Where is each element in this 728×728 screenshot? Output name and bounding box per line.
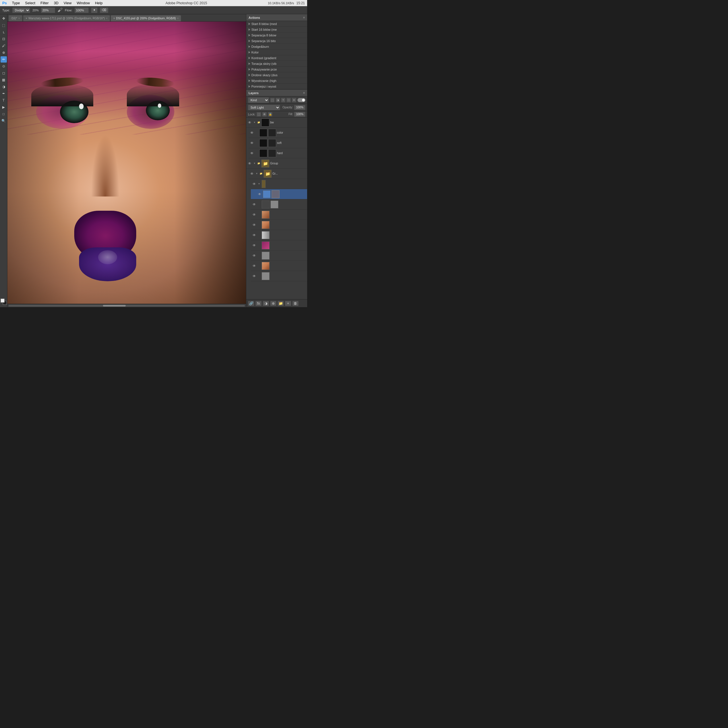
shape-tool[interactable]: □ (1, 111, 7, 117)
brush-tool[interactable]: ✏ (1, 56, 7, 63)
layer-color[interactable]: 👁 color (249, 128, 307, 138)
layer-15[interactable]: 👁 (251, 261, 307, 271)
layer-group-btn[interactable]: 📁 (278, 301, 284, 306)
actions-menu-icon[interactable]: ≡ (303, 16, 305, 19)
layer-fx-btn[interactable]: fx (255, 301, 262, 306)
tab-2-close[interactable]: × (106, 17, 108, 20)
layer-9-vis[interactable]: 👁 (252, 202, 257, 207)
canvas-scrollbar[interactable] (8, 304, 246, 307)
layer-bw[interactable]: 👁 ▼ 📁 bw (246, 118, 307, 128)
layer-12-vis[interactable]: 👁 (252, 233, 257, 237)
layers-panel-header[interactable]: Layers ≡ (246, 90, 307, 96)
layer-9[interactable]: 👁 (251, 199, 307, 210)
layer-14-vis[interactable]: 👁 (252, 253, 257, 258)
heal-tool[interactable]: ⊕ (1, 49, 7, 56)
layers-filter-select[interactable]: Kind (248, 97, 269, 103)
action-item-11[interactable]: Pomniejsz i wyost (246, 84, 307, 89)
fill-input[interactable] (294, 112, 306, 117)
move-tool[interactable]: ✥ (1, 15, 7, 21)
tab-3-close[interactable]: × (177, 17, 179, 20)
layer-11[interactable]: 👁 (251, 220, 307, 230)
layer-blue[interactable]: 👁 (251, 189, 307, 199)
layers-menu-icon[interactable]: ≡ (303, 91, 305, 95)
actions-panel-header[interactable]: Actions ≡ (246, 14, 307, 21)
type-select[interactable]: Dodge Burn (12, 8, 30, 13)
layer-hard[interactable]: 👁 hard (249, 148, 307, 158)
action-item-8[interactable]: Pokazywanie prze (246, 67, 307, 72)
filter-smart-icon[interactable]: ✦ (292, 98, 296, 102)
select-tool[interactable]: ⬚ (1, 22, 7, 28)
layer-sub-vis[interactable]: 👁 (252, 182, 257, 186)
menu-item-help[interactable]: Help (93, 0, 105, 6)
layer-13-vis[interactable]: 👁 (252, 243, 257, 248)
menu-item-select[interactable]: Select (23, 0, 38, 6)
layer-gr[interactable]: 👁 ▼ 📁 📁 Gr... (249, 169, 307, 179)
action-item-7[interactable]: Tonacja skóry (vib (246, 61, 307, 67)
eraser-tool[interactable]: ◻ (1, 70, 7, 76)
layer-link-btn[interactable]: 🔗 (248, 301, 254, 306)
color-swatches[interactable] (1, 298, 7, 305)
tab-1[interactable]: /16)* × (9, 15, 23, 21)
layer-13[interactable]: 👁 (251, 240, 307, 251)
action-item-5[interactable]: Kolor (246, 49, 307, 55)
layer-mask-btn[interactable]: ◑ (263, 301, 269, 306)
layer-group1[interactable]: 👁 ▼ 📁 📁 Group (246, 158, 307, 169)
action-item-10[interactable]: Wyostrzanie (high (246, 78, 307, 84)
layer-10-vis[interactable]: 👁 (252, 213, 257, 217)
layer-color-vis[interactable]: 👁 (250, 130, 254, 135)
gradient-tool[interactable]: ▦ (1, 77, 7, 83)
filter-type-icon[interactable]: T (281, 98, 286, 102)
lock-position-icon[interactable]: ✥ (262, 112, 267, 116)
layer-gr-vis[interactable]: 👁 (250, 171, 254, 176)
tab-2-close-pre[interactable]: × (26, 17, 27, 20)
path-select-tool[interactable]: ▶ (1, 104, 7, 110)
layer-sub[interactable]: 👁 ▼ (251, 179, 307, 189)
crop-tool[interactable]: ⊡ (1, 36, 7, 42)
tab-2[interactable]: × Warsztaty wawa-1711.psd @ 100% (Dodge&… (23, 15, 110, 21)
layer-gr-expand[interactable]: ▼ (255, 172, 258, 176)
layer-bw-expand[interactable]: ▼ (253, 121, 256, 124)
tab-3-close-pre[interactable]: × (113, 17, 115, 20)
layer-new-btn[interactable]: + (285, 301, 291, 306)
dodge-tool[interactable]: ◑ (1, 84, 7, 90)
filter-toggle[interactable] (297, 98, 306, 102)
action-item-1[interactable]: Start 16 bitów (me (246, 27, 307, 32)
menu-item-window[interactable]: Window (75, 0, 92, 6)
action-item-9[interactable]: Drobne skazy (dus (246, 72, 307, 78)
opacity-input[interactable] (41, 8, 55, 13)
clone-tool[interactable]: ⊙ (1, 63, 7, 69)
layer-16[interactable]: 👁 (251, 271, 307, 281)
menu-item-type[interactable]: Type (10, 0, 22, 6)
brush-icon[interactable]: 🖌 (57, 7, 63, 13)
airbrush-btn[interactable]: ✦ (91, 8, 98, 13)
layer-hard-vis[interactable]: 👁 (250, 151, 254, 156)
lasso-tool[interactable]: ʟ (1, 29, 7, 35)
tab-1-close[interactable]: × (18, 17, 20, 20)
menu-item-3d[interactable]: 3D (52, 0, 61, 6)
filter-adjust-icon[interactable]: ◑ (275, 98, 280, 102)
eraser-btn[interactable]: ⌫ (100, 8, 109, 13)
eyedropper-tool[interactable]: 🖋 (1, 43, 7, 49)
text-tool[interactable]: T (1, 97, 7, 104)
layer-soft-vis[interactable]: 👁 (250, 141, 254, 145)
filter-pixel-icon[interactable]: ⬚ (270, 98, 275, 102)
zoom-tool[interactable]: 🔍 (1, 118, 7, 124)
opacity-input-layers[interactable] (294, 105, 306, 110)
layer-bw-vis[interactable]: 👁 (248, 120, 252, 125)
layer-16-vis[interactable]: 👁 (252, 274, 257, 278)
layer-delete-btn[interactable]: 🗑 (292, 301, 298, 306)
action-item-0[interactable]: Start 8 bitów (med (246, 21, 307, 27)
layer-12[interactable]: 👁 (251, 230, 307, 240)
layer-14[interactable]: 👁 (251, 251, 307, 261)
layer-15-vis[interactable]: 👁 (252, 264, 257, 268)
layer-11-vis[interactable]: 👁 (252, 223, 257, 227)
flow-input[interactable] (75, 8, 89, 13)
scrollbar-thumb[interactable] (103, 305, 126, 307)
action-item-6[interactable]: Kontrast (gradient (246, 55, 307, 61)
layer-sub-expand[interactable]: ▼ (257, 182, 261, 186)
blend-mode-select[interactable]: Soft Light Normal Multiply Screen Overla… (248, 105, 280, 110)
layer-soft[interactable]: 👁 soft (249, 138, 307, 148)
lock-all-icon[interactable]: 🔒 (268, 112, 272, 116)
tab-3[interactable]: × DSC_4155.psd @ 200% (Dodge&burn, RGB/8… (111, 15, 181, 21)
action-item-2[interactable]: Separacja 8 bitow (246, 32, 307, 38)
